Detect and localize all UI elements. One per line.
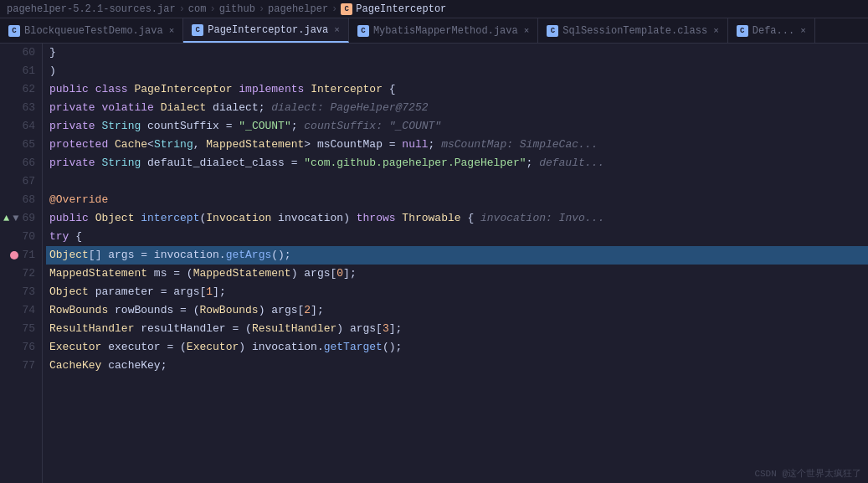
code-line-77: CacheKey cacheKey; — [46, 357, 868, 375]
tab-icon-sqlsession: C — [547, 25, 558, 37]
tab-blockqueue[interactable]: C BlockqueueTestDemo.java × — [0, 18, 183, 43]
tab-mybatismapper[interactable]: C MybatisMapperMethod.java × — [349, 18, 538, 43]
code-line-75: ResultHandler resultHandler = (ResultHan… — [46, 320, 868, 338]
code-line-63: private volatile Dialect dialect; dialec… — [46, 99, 868, 117]
code-line-62: public class PageInterceptor implements … — [46, 80, 868, 99]
line-70: 70 — [3, 228, 35, 246]
close-tab-default[interactable]: × — [800, 26, 806, 36]
line-68: 68 — [3, 191, 35, 209]
code-line-69: public Object intercept(Invocation invoc… — [46, 209, 868, 228]
code-line-71: Object[] args = invocation.getArgs(); — [46, 246, 868, 265]
line-76: 76 — [3, 338, 35, 357]
line-74: 74 — [3, 301, 35, 320]
code-lines: } ) public class PageInterceptor impleme… — [43, 44, 868, 483]
code-line-65: protected Cache<String, MappedStatement>… — [46, 136, 868, 154]
line-73: 73 — [3, 283, 35, 301]
arrow-down-icon: ▼ — [13, 209, 18, 228]
arrow-up-icon: ▲ — [3, 209, 9, 228]
tab-label-sqlsession: SqlSessionTemplate.class — [562, 25, 707, 37]
line-64: 64 — [3, 117, 35, 136]
line-72: 72 — [3, 265, 35, 283]
line-69: ▲ ▼ 69 — [3, 209, 35, 228]
tab-pageinterceptor[interactable]: C PageInterceptor.java × — [183, 18, 349, 43]
code-line-60: } — [46, 44, 868, 62]
line-63: 63 — [3, 99, 35, 117]
close-tab-mybatismapper[interactable]: × — [524, 26, 530, 36]
tab-icon-mybatismapper: C — [357, 25, 369, 37]
tab-label-mybatismapper: MybatisMapperMethod.java — [373, 25, 518, 37]
tab-label-pageinterceptor: PageInterceptor.java — [208, 24, 328, 36]
close-tab-pageinterceptor[interactable]: × — [334, 25, 340, 35]
breadcrumb-class-icon: C — [341, 3, 352, 15]
line-61: 61 — [3, 62, 35, 80]
code-line-64: private String countSuffix = "_COUNT"; c… — [46, 117, 868, 136]
tab-icon-default: C — [737, 25, 748, 37]
code-line-70: try { — [46, 228, 868, 246]
watermark: CSDN @这个世界太疯狂了 — [754, 467, 861, 480]
close-tab-blockqueue[interactable]: × — [169, 26, 175, 36]
line-67: 67 — [3, 172, 35, 191]
tab-sqlsession[interactable]: C SqlSessionTemplate.class × — [538, 18, 727, 43]
line-60: 60 — [3, 44, 35, 62]
breadcrumb: pagehelper-5.2.1-sources.jar › com › git… — [0, 0, 868, 18]
code-line-68: @Override — [46, 191, 868, 209]
tab-icon-pageinterceptor: C — [192, 24, 203, 36]
breadcrumb-pkg1: com — [188, 3, 207, 15]
breadcrumb-pkg2: github — [219, 3, 255, 15]
tab-label-blockqueue: BlockqueueTestDemo.java — [24, 25, 163, 37]
line-75: 75 — [3, 320, 35, 338]
code-area: 60 61 62 63 64 65 66 67 68 ▲ ▼ 69 70 71 … — [0, 44, 868, 483]
line-numbers-gutter: 60 61 62 63 64 65 66 67 68 ▲ ▼ 69 70 71 … — [0, 44, 43, 483]
breadcrumb-jar: pagehelper-5.2.1-sources.jar — [7, 3, 176, 15]
close-tab-sqlsession[interactable]: × — [713, 26, 719, 36]
code-line-73: Object parameter = args[1]; — [46, 283, 868, 301]
code-line-72: MappedStatement ms = (MappedStatement) a… — [46, 265, 868, 283]
line-66: 66 — [3, 154, 35, 172]
tabbar: C BlockqueueTestDemo.java × C PageInterc… — [0, 18, 868, 44]
code-line-74: RowBounds rowBounds = (RowBounds) args[2… — [46, 301, 868, 320]
code-line-76: Executor executor = (Executor) invocatio… — [46, 338, 868, 357]
code-line-66: private String default_dialect_class = "… — [46, 154, 868, 172]
line-65: 65 — [3, 136, 35, 154]
code-line-67 — [46, 172, 868, 191]
breadcrumb-class-name: PageInterceptor — [356, 3, 446, 15]
breadcrumb-pkg3: pagehelper — [268, 3, 328, 15]
breakpoint-icon — [10, 251, 18, 259]
tab-icon-blockqueue: C — [8, 25, 20, 37]
line-71: 71 — [3, 246, 35, 265]
tab-label-default: Defa... — [752, 25, 794, 37]
line-77: 77 — [3, 357, 35, 375]
tab-default[interactable]: C Defa... × — [728, 18, 815, 43]
line-62: 62 — [3, 80, 35, 99]
code-line-61: ) — [46, 62, 868, 80]
